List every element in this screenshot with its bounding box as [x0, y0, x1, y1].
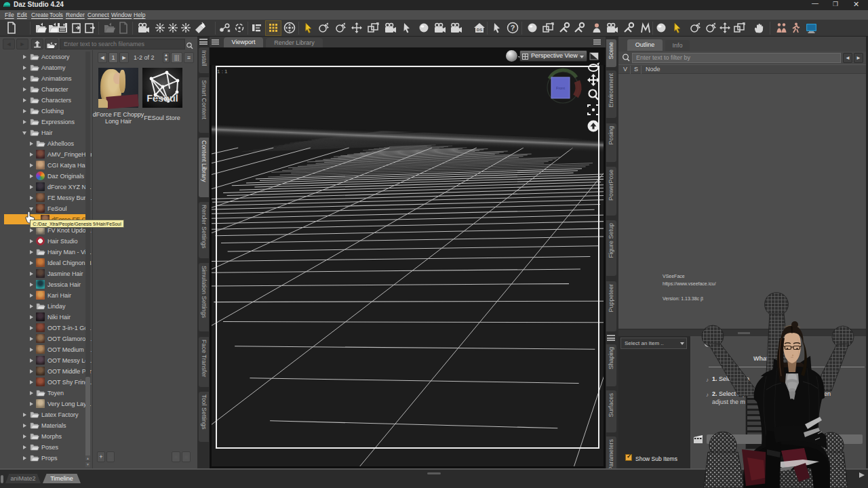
svg-text:Front: Front: [556, 86, 565, 90]
svg-text:Fesoul: Fesoul: [146, 93, 178, 104]
